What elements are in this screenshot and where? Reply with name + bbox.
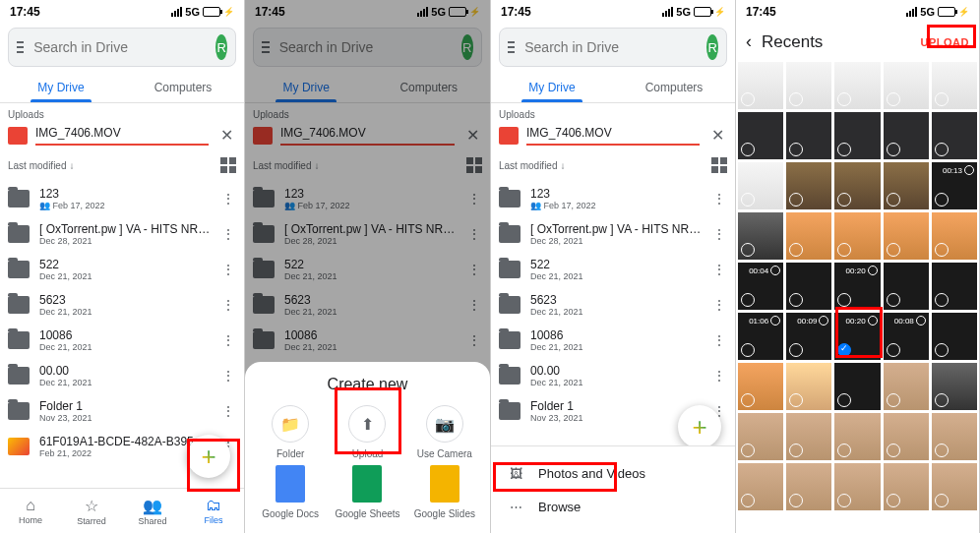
new-slides[interactable]: Google Slides — [409, 465, 480, 519]
sort-button[interactable]: Last modified ↓ — [8, 160, 74, 171]
file-menu-icon[interactable]: ⋮ — [712, 262, 727, 277]
photo-tile[interactable] — [786, 413, 831, 460]
photo-tile[interactable] — [786, 263, 831, 310]
photo-tile[interactable] — [932, 313, 977, 360]
cancel-upload-icon[interactable]: ✕ — [216, 126, 236, 146]
photo-tile[interactable] — [884, 112, 929, 159]
file-row[interactable]: 522 Dec 21, 2021 ⋮ — [0, 252, 244, 287]
file-menu-icon[interactable]: ⋮ — [712, 191, 727, 207]
photo-tile[interactable] — [786, 112, 831, 159]
file-menu-icon[interactable]: ⋮ — [221, 403, 236, 419]
video-tile[interactable]: 00:04 — [738, 263, 783, 310]
photo-tile[interactable] — [834, 363, 880, 410]
video-tile-selected[interactable]: 00:20 — [834, 313, 880, 360]
file-row[interactable]: 5623 Dec 21, 2021 ⋮ — [0, 287, 244, 323]
file-menu-icon[interactable]: ⋮ — [221, 368, 236, 384]
battery-icon — [203, 7, 220, 17]
file-row[interactable]: 123 👥 Feb 17, 2022 ⋮ — [0, 181, 244, 216]
file-menu-icon[interactable]: ⋮ — [221, 332, 236, 348]
avatar[interactable]: R — [215, 34, 227, 60]
file-row[interactable]: [ OxTorrent.pw ] VA - HITS NRJ DU MOMENT… — [491, 216, 735, 252]
new-docs[interactable]: Google Docs — [255, 465, 326, 519]
new-folder[interactable]: 📁Folder — [255, 405, 326, 459]
video-tile[interactable]: 00:09 — [786, 313, 831, 360]
opt-browse[interactable]: ⋯Browse — [491, 490, 735, 523]
file-row[interactable]: Folder 1 Nov 23, 2021 ⋮ — [0, 393, 244, 429]
photo-tile[interactable] — [884, 463, 929, 510]
photo-tile[interactable] — [932, 413, 977, 460]
nav-shared[interactable]: 👥Shared — [122, 489, 183, 533]
file-row[interactable]: 5623 Dec 21, 2021 ⋮ — [491, 287, 735, 323]
photo-tile[interactable] — [834, 413, 880, 460]
search-bar[interactable]: R — [499, 28, 727, 67]
search-bar[interactable]: R — [8, 28, 236, 67]
photo-tile[interactable] — [884, 62, 929, 109]
file-menu-icon[interactable]: ⋮ — [712, 226, 727, 242]
photo-tile[interactable] — [834, 112, 880, 159]
photo-tile[interactable] — [932, 463, 977, 510]
photo-tile[interactable] — [834, 463, 880, 510]
file-menu-icon[interactable]: ⋮ — [712, 297, 727, 313]
search-input[interactable] — [33, 39, 206, 55]
opt-photos-videos[interactable]: 🖼Photos and Videos — [491, 456, 735, 490]
file-row[interactable]: 123 👥 Feb 17, 2022 ⋮ — [491, 181, 735, 216]
nav-home[interactable]: ⌂Home — [0, 489, 61, 533]
photo-tile[interactable] — [786, 363, 831, 410]
upload-button[interactable]: UPLOAD — [921, 36, 969, 48]
photo-tile[interactable] — [932, 212, 977, 260]
photo-tile[interactable] — [834, 212, 880, 260]
photo-tile[interactable] — [884, 263, 929, 310]
photo-tile[interactable] — [884, 212, 929, 260]
video-tile[interactable]: 00:08 — [884, 313, 929, 360]
photo-tile[interactable] — [786, 162, 831, 209]
file-menu-icon[interactable]: ⋮ — [221, 226, 236, 242]
file-menu-icon[interactable]: ⋮ — [712, 368, 727, 384]
photo-tile[interactable] — [738, 363, 783, 410]
nav-starred[interactable]: ☆Starred — [61, 489, 122, 533]
file-row[interactable]: 10086 Dec 21, 2021 ⋮ — [491, 323, 735, 358]
video-tile[interactable]: 00:20 — [834, 263, 880, 310]
fab-new[interactable]: + — [678, 405, 721, 448]
photo-tile[interactable] — [738, 112, 783, 159]
tab-my-drive[interactable]: My Drive — [0, 71, 122, 102]
photo-tile[interactable] — [932, 112, 977, 159]
photo-tile[interactable] — [786, 463, 831, 510]
photo-tile[interactable] — [738, 212, 783, 260]
file-menu-icon[interactable]: ⋮ — [221, 191, 236, 207]
photo-tile[interactable] — [834, 162, 880, 209]
new-sheets[interactable]: Google Sheets — [332, 465, 402, 519]
upload-filename[interactable]: IMG_7406.MOV — [35, 126, 209, 146]
more-icon: ⋯ — [507, 498, 524, 515]
photo-tile[interactable] — [932, 363, 977, 410]
file-menu-icon[interactable]: ⋮ — [712, 332, 727, 348]
photo-tile[interactable] — [786, 212, 831, 260]
photo-tile[interactable] — [884, 363, 929, 410]
fab-new[interactable]: + — [187, 435, 230, 478]
video-tile[interactable]: 00:13 — [932, 162, 977, 209]
photo-tile[interactable] — [738, 162, 783, 209]
file-row[interactable]: 522 Dec 21, 2021 ⋮ — [491, 252, 735, 287]
photo-tile[interactable] — [738, 463, 783, 510]
photo-tile[interactable] — [738, 413, 783, 460]
view-toggle-icon[interactable] — [220, 157, 236, 173]
back-icon[interactable]: ‹ — [746, 31, 752, 52]
file-row[interactable]: [ OxTorrent.pw ] VA - HITS NRJ DU MOMENT… — [0, 216, 244, 252]
file-menu-icon[interactable]: ⋮ — [221, 297, 236, 313]
photo-tile[interactable] — [884, 162, 929, 209]
new-upload[interactable]: ⬆Upload — [332, 405, 402, 459]
file-row[interactable]: 00.00 Dec 21, 2021 ⋮ — [491, 358, 735, 393]
file-row[interactable]: 10086 Dec 21, 2021 ⋮ — [0, 323, 244, 358]
photo-tile[interactable] — [884, 413, 929, 460]
photo-tile[interactable] — [738, 62, 783, 109]
video-tile[interactable]: 01:06 — [738, 313, 783, 360]
use-camera[interactable]: 📷Use Camera — [409, 405, 480, 459]
nav-files[interactable]: 🗂Files — [183, 489, 244, 533]
photo-tile[interactable] — [834, 62, 880, 109]
tab-computers[interactable]: Computers — [122, 71, 244, 102]
photo-tile[interactable] — [786, 62, 831, 109]
file-menu-icon[interactable]: ⋮ — [221, 262, 236, 277]
menu-icon[interactable] — [17, 41, 24, 53]
file-row[interactable]: 00.00 Dec 21, 2021 ⋮ — [0, 358, 244, 393]
photo-tile[interactable] — [932, 263, 977, 310]
photo-tile[interactable] — [932, 62, 977, 109]
